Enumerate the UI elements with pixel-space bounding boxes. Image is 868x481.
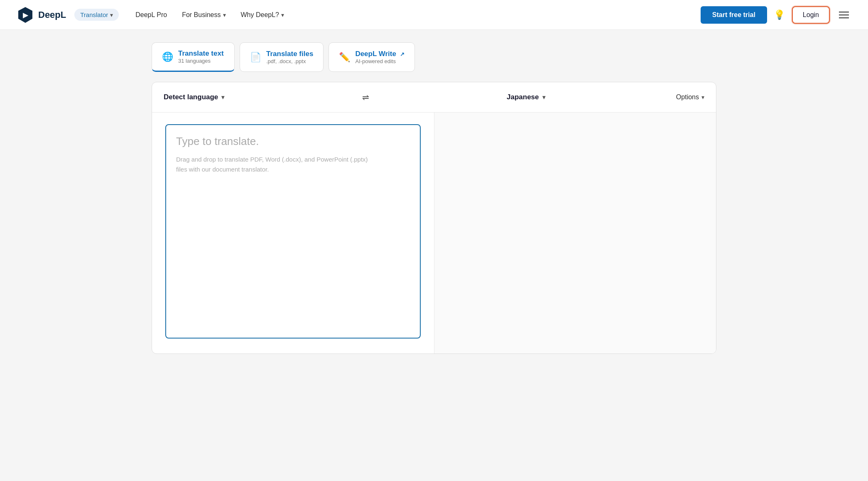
hamburger-line-3	[839, 17, 849, 18]
options-button[interactable]: Options ▾	[676, 93, 704, 101]
translate-hint-text: Drag and drop to translate PDF, Word (.d…	[176, 155, 375, 174]
source-lang-chevron-icon: ▾	[221, 94, 224, 101]
tab-translate-text[interactable]: 🌐 Translate text 31 languages	[152, 42, 235, 72]
tab-translate-files-sub-label: .pdf, .docx, .pptx	[266, 58, 313, 64]
tab-deepl-write-labels: DeepL Write ↗ AI-powered edits	[355, 50, 404, 64]
nav-for-business[interactable]: For Business ▾	[182, 11, 226, 19]
nav-why-deepl[interactable]: Why DeepL? ▾	[241, 11, 284, 19]
svg-text:▶: ▶	[23, 12, 29, 19]
target-language-selector[interactable]: Japanese ▾	[507, 93, 545, 101]
tab-translate-text-main-label: Translate text	[178, 49, 224, 58]
options-label: Options	[676, 93, 699, 101]
source-language-selector[interactable]: Detect language ▾	[164, 93, 224, 101]
target-lang-chevron-icon: ▾	[542, 94, 545, 101]
document-icon: 📄	[250, 52, 261, 63]
external-link-icon: ↗	[400, 51, 405, 57]
pencil-icon: ✏️	[339, 52, 350, 63]
header: ▶ DeepL Translator ▾ DeepL Pro For Busin…	[0, 0, 868, 30]
globe-icon: 🌐	[162, 52, 173, 62]
translator-pill-label: Translator	[80, 11, 108, 18]
target-text-panel	[434, 113, 716, 353]
logo-link[interactable]: ▶ DeepL	[17, 6, 66, 24]
main-nav: DeepL Pro For Business ▾ Why DeepL? ▾	[135, 11, 701, 19]
logo-text: DeepL	[38, 10, 66, 20]
translator-header: Detect language ▾ ⇌ Japanese ▾ Options ▾	[152, 82, 716, 113]
feature-tabs: 🌐 Translate text 31 languages 📄 Translat…	[152, 42, 716, 72]
tab-translate-files-main-label: Translate files	[266, 50, 313, 58]
source-text-input-area[interactable]: Type to translate. Drag and drop to tran…	[165, 124, 421, 339]
nav-deepl-pro[interactable]: DeepL Pro	[135, 11, 167, 19]
start-free-trial-button[interactable]: Start free trial	[701, 6, 767, 24]
tab-translate-files-labels: Translate files .pdf, .docx, .pptx	[266, 50, 313, 64]
tab-translate-text-labels: Translate text 31 languages	[178, 49, 224, 64]
login-button[interactable]: Login	[792, 6, 830, 24]
swap-languages-button[interactable]: ⇌	[356, 90, 376, 105]
hamburger-line-2	[839, 15, 849, 15]
translator-container: Detect language ▾ ⇌ Japanese ▾ Options ▾…	[152, 82, 716, 354]
tab-deepl-write-main-label: DeepL Write ↗	[355, 50, 404, 58]
translator-dropdown[interactable]: Translator ▾	[74, 9, 119, 21]
tab-translate-text-sub-label: 31 languages	[178, 58, 224, 64]
why-deepl-chevron-icon: ▾	[281, 12, 284, 18]
tab-translate-files[interactable]: 📄 Translate files .pdf, .docx, .pptx	[240, 42, 324, 72]
header-actions: Start free trial 💡 Login	[701, 6, 851, 24]
for-business-chevron-icon: ▾	[223, 12, 226, 18]
tab-deepl-write[interactable]: ✏️ DeepL Write ↗ AI-powered edits	[329, 42, 414, 72]
theme-toggle-icon[interactable]: 💡	[774, 9, 785, 21]
source-text-panel: Type to translate. Drag and drop to tran…	[152, 113, 434, 353]
hamburger-menu-button[interactable]	[836, 9, 851, 21]
translate-placeholder-text: Type to translate.	[176, 135, 410, 148]
source-lang-label: Detect language	[164, 93, 218, 101]
swap-icon: ⇌	[362, 93, 369, 102]
translator-panels: Type to translate. Drag and drop to tran…	[152, 113, 716, 353]
deepl-logo-icon: ▶	[17, 6, 34, 24]
translator-chevron-icon: ▾	[110, 12, 113, 18]
options-chevron-icon: ▾	[701, 94, 704, 101]
target-lang-label: Japanese	[507, 93, 539, 101]
hamburger-line-1	[839, 12, 849, 12]
tab-deepl-write-sub-label: AI-powered edits	[355, 58, 404, 64]
main-content: 🌐 Translate text 31 languages 📄 Translat…	[135, 30, 733, 366]
